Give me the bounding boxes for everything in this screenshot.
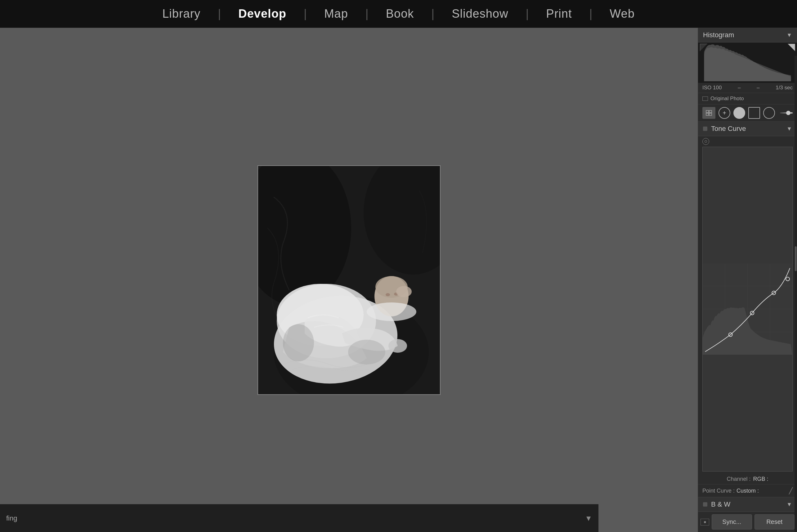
- svg-point-7: [388, 339, 407, 353]
- bw-chevron[interactable]: ▼: [786, 501, 792, 508]
- svg-point-15: [283, 324, 314, 361]
- bw-header: B & W ▼: [698, 497, 797, 512]
- nav-print[interactable]: Print: [541, 5, 577, 23]
- curve-graph[interactable]: [702, 147, 793, 472]
- sync-button[interactable]: Sync...: [712, 514, 752, 530]
- histogram-iso: ISO 100: [702, 85, 722, 91]
- channel-value[interactable]: RGB :: [753, 476, 768, 482]
- crop-tool-icon[interactable]: +: [719, 107, 730, 119]
- tone-curve-section: Tone Curve ▼: [698, 121, 797, 497]
- histogram-dash1: –: [738, 85, 741, 91]
- slider-thumb: [786, 111, 791, 115]
- circle-outline-tool[interactable]: [763, 107, 775, 119]
- tone-curve-chevron[interactable]: ▼: [786, 126, 792, 132]
- svg-point-12: [367, 302, 416, 321]
- bottom-strip: fing ▼: [0, 504, 599, 532]
- bottom-strip-text: fing: [6, 514, 17, 522]
- bottom-left-icon[interactable]: ■: [701, 519, 709, 526]
- nav-sep-2: |: [304, 7, 307, 20]
- histogram-section: Histogram ▼ ISO 100 – – 1/3: [698, 28, 797, 104]
- nav-sep-4: |: [431, 7, 434, 20]
- top-navigation: Library | Develop | Map | Book | Slidesh…: [0, 0, 797, 28]
- curve-graph-svg: [703, 147, 792, 471]
- photo-svg: [258, 166, 440, 395]
- nav-library[interactable]: Library: [157, 5, 205, 23]
- curve-target-row: [698, 136, 797, 147]
- bottom-left-symbol: ■: [704, 520, 706, 524]
- histogram-exposure: 1/3 sec: [776, 85, 793, 91]
- bottom-strip-arrow[interactable]: ▼: [585, 514, 592, 523]
- svg-rect-17: [706, 110, 708, 113]
- channel-row: Channel : RGB :: [698, 474, 797, 484]
- tone-curve-collapse[interactable]: [703, 127, 707, 131]
- nav-sep-3: |: [365, 7, 368, 20]
- point-curve-label: Point Curve :: [702, 488, 735, 494]
- curve-target-inner: [705, 140, 707, 143]
- svg-point-13: [396, 286, 412, 297]
- bw-title: B & W: [711, 500, 784, 509]
- svg-rect-18: [709, 110, 712, 113]
- histogram-meta: ISO 100 – – 1/3 sec: [698, 83, 797, 93]
- nav-slideshow[interactable]: Slideshow: [447, 5, 513, 23]
- point-curve-value[interactable]: Custom :: [737, 488, 759, 494]
- tone-curve-title: Tone Curve: [711, 125, 784, 133]
- original-photo-row: Original Photo: [698, 93, 797, 104]
- histogram-dash2: –: [757, 85, 759, 91]
- nav-sep-1: |: [218, 7, 221, 20]
- svg-point-10: [386, 293, 390, 296]
- edit-curve-icon[interactable]: ╱: [789, 487, 793, 494]
- right-panel: Histogram ▼ ISO 100 – – 1/3: [698, 28, 797, 532]
- grid-svg: [706, 110, 712, 116]
- channel-label: Channel :: [726, 476, 751, 482]
- tools-row: +: [698, 104, 797, 121]
- nav-web[interactable]: Web: [605, 5, 640, 23]
- tone-curve-header: Tone Curve ▼: [698, 121, 797, 136]
- photo-area: KODAK 100TMX: [0, 28, 698, 532]
- point-curve-row: Point Curve : Custom : ╱: [698, 484, 797, 497]
- histogram-corners: [698, 42, 797, 53]
- svg-point-14: [348, 340, 385, 364]
- svg-rect-20: [709, 113, 712, 115]
- main-layout: KODAK 100TMX: [0, 28, 797, 532]
- tool-slider[interactable]: [780, 112, 793, 114]
- nav-sep-5: |: [526, 7, 529, 20]
- photo-container: KODAK 100TMX: [258, 165, 440, 395]
- histogram-header: Histogram ▼: [698, 28, 797, 42]
- histogram-highlight-warning[interactable]: [788, 44, 795, 51]
- bw-collapse[interactable]: [703, 502, 707, 507]
- bottom-bar: ■ Sync... Reset: [698, 512, 797, 532]
- histogram-title: Histogram: [703, 31, 734, 39]
- circle-filled-tool[interactable]: [734, 107, 745, 119]
- curve-target-button[interactable]: [702, 138, 709, 145]
- tone-curve-body: Channel : RGB : Point Curve : Custom : ╱: [698, 136, 797, 497]
- nav-develop[interactable]: Develop: [233, 5, 291, 23]
- original-photo-label: Original Photo: [710, 96, 744, 102]
- square-tool-icon[interactable]: [748, 107, 760, 119]
- histogram-shadow-warning[interactable]: [700, 44, 707, 51]
- histogram-chevron[interactable]: ▼: [786, 32, 792, 38]
- grid-tool-icon[interactable]: [702, 107, 716, 119]
- reset-button[interactable]: Reset: [755, 514, 795, 530]
- plus-icon: +: [723, 110, 726, 116]
- original-photo-checkbox[interactable]: [702, 96, 708, 101]
- nav-book[interactable]: Book: [381, 5, 419, 23]
- nav-map[interactable]: Map: [319, 5, 353, 23]
- svg-rect-19: [706, 113, 708, 115]
- bw-section: B & W ▼: [698, 497, 797, 512]
- scrollbar-thumb: [795, 246, 797, 271]
- right-scrollbar[interactable]: [795, 56, 797, 532]
- nav-sep-6: |: [589, 7, 592, 20]
- histogram-canvas: [698, 42, 797, 83]
- photo-frame: KODAK 100TMX: [258, 165, 440, 395]
